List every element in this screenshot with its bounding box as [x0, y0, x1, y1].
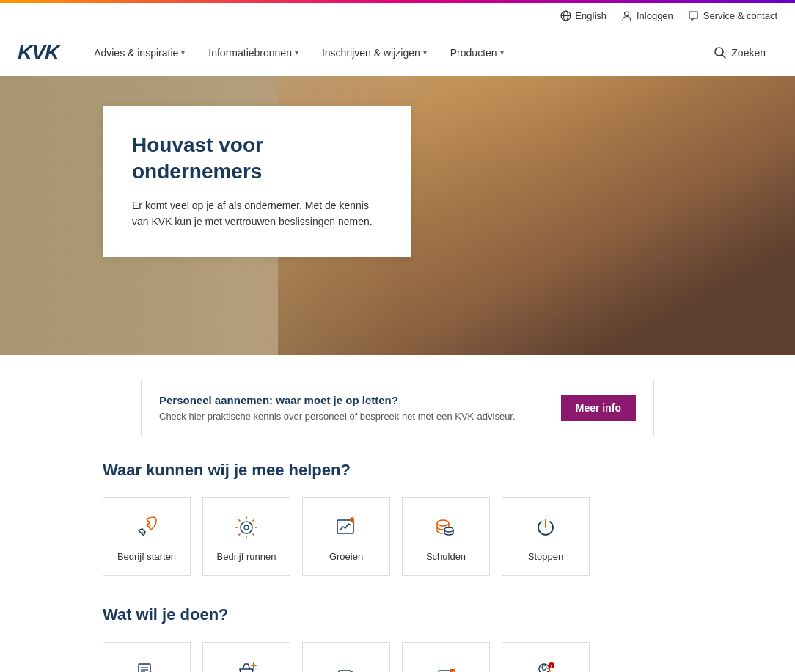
- search-icon: [714, 46, 727, 59]
- promo-banner: Personeel aannemen: waar moet je op lett…: [141, 379, 654, 437]
- svg-point-6: [147, 524, 150, 527]
- card-bedrijf-runnen[interactable]: Bedrijf runnen: [202, 497, 290, 576]
- login-label: Inloggen: [637, 10, 673, 21]
- card-label-bedrijf-starten: Bedrijf starten: [117, 551, 176, 563]
- nav-item-advies[interactable]: Advies & inspiratie ▾: [82, 29, 197, 76]
- chevron-down-icon: ▾: [295, 48, 298, 56]
- svg-point-20: [437, 520, 449, 526]
- help-section-title: Waar kunnen wij je mee helpen?: [103, 461, 692, 480]
- do-section: Wat wil je doen? Zoeken in Handelsregist…: [0, 605, 795, 672]
- card-label-groeien: Groeien: [329, 551, 363, 563]
- search-register-icon: [132, 657, 161, 672]
- service-label: Service & contact: [703, 10, 777, 21]
- svg-text:!: !: [551, 663, 552, 668]
- do-cards-grid: Zoeken in Handelsregister Producten best…: [103, 642, 692, 672]
- card-label-bedrijf-runnen: Bedrijf runnen: [217, 551, 276, 563]
- search-label: Zoeken: [731, 47, 766, 59]
- svg-line-11: [238, 519, 240, 521]
- kvk-logo[interactable]: KVK: [18, 41, 59, 65]
- chevron-down-icon: ▾: [500, 48, 504, 56]
- basket-icon: [232, 657, 261, 672]
- card-groeien[interactable]: Groeien: [302, 497, 390, 576]
- coins-icon: [431, 513, 461, 542]
- chat-icon: [688, 10, 700, 22]
- banner-content: Personeel aannemen: waar moet je op lett…: [159, 394, 516, 422]
- card-zoeken-handelsregister[interactable]: Zoeken in Handelsregister: [103, 642, 191, 672]
- top-bar: English Inloggen Service & contact: [0, 3, 795, 29]
- help-section: Waar kunnen wij je mee helpen? Bedrijf s…: [0, 461, 795, 605]
- svg-line-5: [722, 54, 726, 58]
- service-contact-icon: !: [531, 657, 560, 672]
- gear-sun-icon: [232, 513, 261, 542]
- help-cards-grid: Bedrijf starten: [103, 497, 692, 576]
- chevron-down-icon: ▾: [423, 48, 427, 56]
- svg-point-3: [625, 12, 629, 16]
- main-nav: KVK Advies & inspiratie ▾ Informatiebron…: [0, 29, 795, 76]
- svg-line-13: [253, 519, 254, 521]
- login-link[interactable]: Inloggen: [621, 10, 673, 22]
- nav-items: Advies & inspiratie ▾ Informatiebronnen …: [82, 29, 702, 76]
- card-stoppen[interactable]: Stoppen: [502, 497, 590, 576]
- svg-point-19: [350, 517, 354, 522]
- language-selector[interactable]: English: [560, 10, 607, 22]
- card-producten-bestellen[interactable]: Producten bestellen: [202, 642, 290, 672]
- svg-point-15: [241, 522, 252, 533]
- banner-text: Check hier praktische kennis over person…: [159, 411, 516, 422]
- card-schulden[interactable]: Schulden: [402, 497, 490, 576]
- nav-item-inschrijven[interactable]: Inschrijven & wijzigen ▾: [310, 29, 439, 76]
- search-button[interactable]: Zoeken: [702, 29, 777, 76]
- edit-form-icon: ✓: [431, 663, 461, 672]
- hero-text: Er komt veel op je af als ondernemer. Me…: [132, 197, 381, 230]
- form-pencil-icon: [331, 663, 361, 672]
- meer-info-button[interactable]: Meer info: [561, 395, 636, 421]
- card-inschrijven[interactable]: Inschrijven: [302, 642, 390, 672]
- rocket-icon: [132, 513, 161, 542]
- do-section-title: Wat wil je doen?: [103, 605, 692, 624]
- power-icon: [531, 513, 560, 542]
- language-label: English: [575, 10, 607, 21]
- hero-section: Houvast voor ondernemers Er komt veel op…: [0, 76, 795, 355]
- card-wijzigen[interactable]: ✓ Wijzigen: [402, 642, 490, 672]
- card-label-schulden: Schulden: [426, 551, 466, 563]
- globe-icon: [560, 10, 571, 22]
- hero-card: Houvast voor ondernemers Er komt veel op…: [103, 106, 411, 257]
- service-contact-link[interactable]: Service & contact: [688, 10, 777, 22]
- svg-point-45: [542, 665, 546, 670]
- svg-point-16: [244, 525, 249, 530]
- svg-rect-17: [337, 520, 353, 533]
- nav-item-producten[interactable]: Producten ▾: [439, 29, 516, 76]
- hero-title: Houvast voor ondernemers: [132, 132, 381, 186]
- chart-pencil-icon: [331, 513, 361, 542]
- svg-line-14: [238, 534, 240, 536]
- chevron-down-icon: ▾: [181, 48, 185, 56]
- banner-title: Personeel aannemen: waar moet je op lett…: [159, 394, 516, 406]
- card-bedrijf-starten[interactable]: Bedrijf starten: [103, 497, 191, 576]
- person-icon: [621, 10, 633, 22]
- card-service-contact[interactable]: ! Service & Contact: [502, 642, 590, 672]
- card-label-stoppen: Stoppen: [528, 551, 563, 563]
- nav-item-informatie[interactable]: Informatiebronnen ▾: [197, 29, 310, 76]
- svg-line-12: [253, 534, 254, 536]
